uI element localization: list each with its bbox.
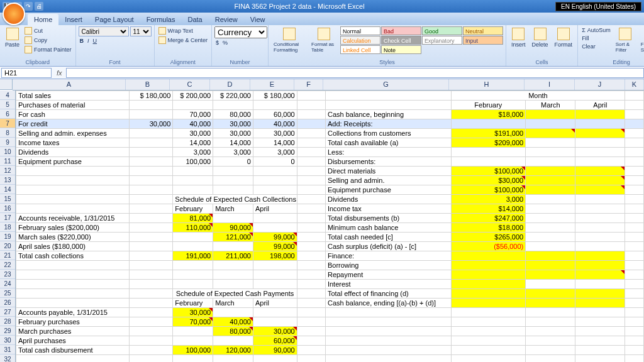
cell[interactable] xyxy=(625,233,644,242)
cell[interactable] xyxy=(325,327,451,336)
style-cell[interactable]: Calculation xyxy=(340,36,380,45)
cell[interactable] xyxy=(129,110,173,119)
cell[interactable] xyxy=(625,119,644,129)
cell[interactable] xyxy=(297,270,325,280)
currency-button[interactable]: $ xyxy=(214,39,220,47)
cell[interactable]: 100,000 xyxy=(173,157,213,167)
cell[interactable]: February xyxy=(451,101,526,110)
cell[interactable] xyxy=(526,138,575,148)
cell[interactable]: Total cash collections xyxy=(16,251,130,261)
cell[interactable] xyxy=(16,176,130,185)
cell[interactable]: 30,000 xyxy=(173,308,213,317)
cell[interactable] xyxy=(297,299,325,308)
cell[interactable]: Total cash available (a) xyxy=(325,138,451,148)
cell[interactable] xyxy=(297,355,325,363)
cell[interactable] xyxy=(297,336,325,346)
cell[interactable] xyxy=(325,101,451,110)
tab-formulas[interactable]: Formulas xyxy=(140,14,182,25)
cell[interactable] xyxy=(297,129,325,138)
col-header[interactable]: D xyxy=(210,79,250,90)
cell[interactable] xyxy=(253,280,297,289)
cell[interactable] xyxy=(129,289,173,299)
cell[interactable] xyxy=(213,270,253,280)
paste-button[interactable]: Paste xyxy=(3,26,22,49)
cell[interactable] xyxy=(451,355,526,363)
style-cell[interactable]: Input xyxy=(463,36,503,45)
cell[interactable] xyxy=(575,185,625,195)
cell[interactable] xyxy=(526,176,575,185)
cell[interactable] xyxy=(575,223,625,233)
cell[interactable] xyxy=(129,336,173,346)
cell[interactable] xyxy=(451,261,526,270)
col-header[interactable]: F xyxy=(294,79,323,90)
cell[interactable]: 30,000 xyxy=(253,129,297,138)
cell[interactable]: Repayment xyxy=(325,270,451,280)
cell[interactable] xyxy=(575,176,625,185)
font-name-select[interactable]: Calibri xyxy=(79,26,129,36)
cell[interactable]: For credit xyxy=(16,119,130,129)
cell[interactable]: 81,000 xyxy=(173,214,213,223)
cell[interactable] xyxy=(173,167,213,176)
row-header[interactable]: 31 xyxy=(0,345,15,354)
cell[interactable]: $18,000 xyxy=(451,223,526,233)
cell[interactable]: March xyxy=(526,101,575,110)
cell[interactable]: 191,000 xyxy=(173,251,213,261)
style-cell[interactable]: Linked Cell xyxy=(340,45,380,54)
cell[interactable]: 0 xyxy=(253,157,297,167)
cell[interactable] xyxy=(325,317,451,327)
cell[interactable] xyxy=(16,270,130,280)
cell[interactable] xyxy=(297,119,325,129)
cell[interactable]: Equipment purchase xyxy=(16,157,130,167)
cell[interactable] xyxy=(129,242,173,251)
cell[interactable] xyxy=(129,355,173,363)
cell[interactable] xyxy=(129,299,173,308)
cell[interactable]: April xyxy=(253,204,297,214)
row-header[interactable]: 22 xyxy=(0,260,15,270)
bold-button[interactable]: B xyxy=(79,37,86,45)
cell[interactable]: Dividends xyxy=(325,195,451,204)
cell[interactable] xyxy=(213,242,253,251)
cell[interactable] xyxy=(253,176,297,185)
cell[interactable]: 90,000 xyxy=(213,223,253,233)
cell[interactable] xyxy=(575,157,625,167)
select-all-corner[interactable] xyxy=(0,79,13,90)
underline-button[interactable]: U xyxy=(92,37,99,45)
cell[interactable]: Month xyxy=(451,91,625,101)
cell[interactable] xyxy=(526,223,575,233)
cell[interactable] xyxy=(575,119,625,129)
cell[interactable] xyxy=(213,280,253,289)
cell[interactable] xyxy=(625,157,644,167)
cell[interactable]: Dividends xyxy=(16,148,130,157)
cell[interactable] xyxy=(297,346,325,355)
col-header[interactable]: B xyxy=(126,79,170,90)
row-header[interactable]: 10 xyxy=(0,147,15,156)
cell[interactable] xyxy=(129,346,173,355)
cell[interactable] xyxy=(575,308,625,317)
cell[interactable] xyxy=(253,101,297,110)
cell[interactable] xyxy=(451,270,526,280)
cell[interactable] xyxy=(575,299,625,308)
cell[interactable] xyxy=(625,308,644,317)
cell[interactable]: Disbursements: xyxy=(325,157,451,167)
cell[interactable]: Accounts payable, 1/31/2015 xyxy=(16,308,130,317)
col-header[interactable]: A xyxy=(13,79,126,90)
cell[interactable] xyxy=(129,185,173,195)
cell[interactable]: Income tax xyxy=(325,204,451,214)
cell[interactable]: 40,000 xyxy=(173,119,213,129)
fx-icon[interactable]: fx xyxy=(53,69,66,77)
cell[interactable] xyxy=(625,289,644,299)
cell[interactable] xyxy=(129,157,173,167)
row-header[interactable]: 18 xyxy=(0,222,15,232)
col-header[interactable]: C xyxy=(170,79,210,90)
row-header[interactable]: 9 xyxy=(0,138,15,147)
row-header[interactable]: 4 xyxy=(0,90,15,100)
cell[interactable] xyxy=(129,167,173,176)
cell[interactable] xyxy=(16,195,130,204)
find-select-button[interactable]: Find & Select xyxy=(638,26,644,54)
cell[interactable] xyxy=(625,110,644,119)
cell[interactable] xyxy=(625,242,644,251)
cell[interactable] xyxy=(625,195,644,204)
wrap-text-button[interactable]: Wrap Text xyxy=(157,26,209,35)
style-cell[interactable]: Explanatory ... xyxy=(422,36,462,45)
cell[interactable] xyxy=(526,185,575,195)
